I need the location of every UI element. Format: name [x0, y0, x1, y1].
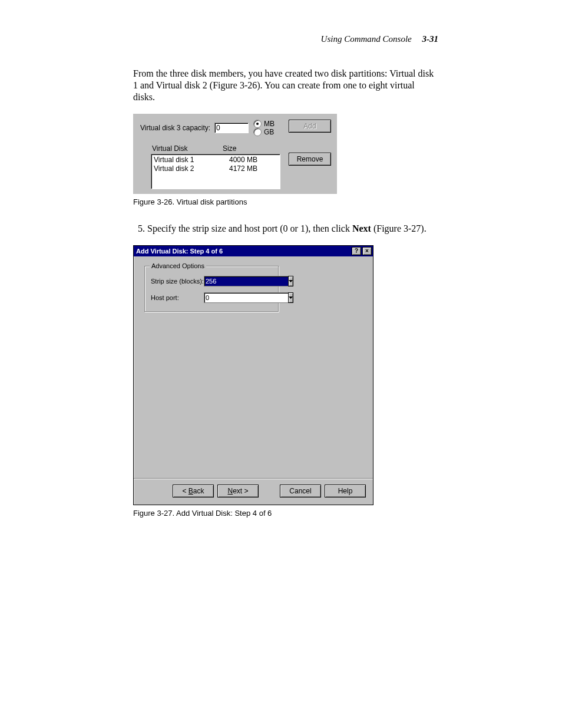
host-port-input[interactable] — [204, 292, 288, 303]
svg-marker-1 — [289, 297, 293, 299]
add-virtual-disk-dialog: Add Virtual Disk: Step 4 of 6 ? × Advanc… — [133, 245, 373, 505]
list-item: Virtual disk 1 4000 MB — [154, 156, 277, 164]
section-title: Using Command Console — [321, 34, 412, 44]
unit-mb-label: MB — [264, 120, 275, 128]
unit-mb-radio[interactable] — [253, 120, 262, 128]
chevron-down-icon[interactable] — [288, 292, 293, 303]
host-port-label: Host port: — [151, 294, 204, 301]
intro-paragraph: From the three disk members, you have cr… — [133, 68, 438, 103]
host-port-combo[interactable] — [204, 292, 242, 303]
list-item: Virtual disk 2 4172 MB — [154, 164, 277, 173]
dialog-title: Add Virtual Disk: Step 4 of 6 — [136, 246, 351, 256]
virtual-disk-panel: Virtual disk 3 capacity: MB GB Add Virtu… — [133, 114, 337, 194]
help-icon[interactable]: ? — [352, 247, 361, 255]
next-button[interactable]: Next > — [217, 485, 259, 498]
chevron-down-icon[interactable] — [288, 276, 293, 286]
group-legend: Advanced Options — [150, 262, 206, 269]
cancel-button[interactable]: Cancel — [280, 485, 321, 498]
capacity-input[interactable] — [214, 123, 249, 133]
unit-gb-radio[interactable] — [253, 128, 262, 136]
figure-326-caption: Figure 3-26. Virtual disk partitions — [133, 197, 438, 206]
virtual-disk-list[interactable]: Virtual disk 1 4000 MB Virtual disk 2 41… — [151, 154, 280, 189]
running-header: Using Command Console 3-31 — [133, 34, 438, 44]
help-button[interactable]: Help — [325, 485, 366, 498]
back-button[interactable]: < Back — [173, 485, 214, 498]
dialog-titlebar: Add Virtual Disk: Step 4 of 6 ? × — [134, 246, 373, 256]
capacity-label: Virtual disk 3 capacity: — [140, 124, 214, 132]
unit-gb-label: GB — [264, 128, 274, 136]
page-number: 3-31 — [422, 34, 439, 44]
remove-button[interactable]: Remove — [289, 153, 331, 166]
add-button[interactable]: Add — [289, 120, 331, 133]
figure-327-caption: Figure 3-27. Add Virtual Disk: Step 4 of… — [133, 509, 438, 518]
close-icon[interactable]: × — [362, 247, 372, 255]
col-header-size: Size — [223, 144, 236, 153]
step-5: Specify the strip size and host port (0 … — [147, 223, 438, 235]
strip-size-label: Strip size (blocks): — [151, 278, 204, 285]
strip-size-input[interactable] — [204, 276, 288, 286]
strip-size-combo[interactable] — [204, 276, 242, 286]
svg-marker-0 — [289, 280, 293, 282]
col-header-disk: Virtual Disk — [152, 144, 223, 153]
advanced-options-group: Advanced Options Strip size (blocks): Ho… — [144, 266, 279, 312]
